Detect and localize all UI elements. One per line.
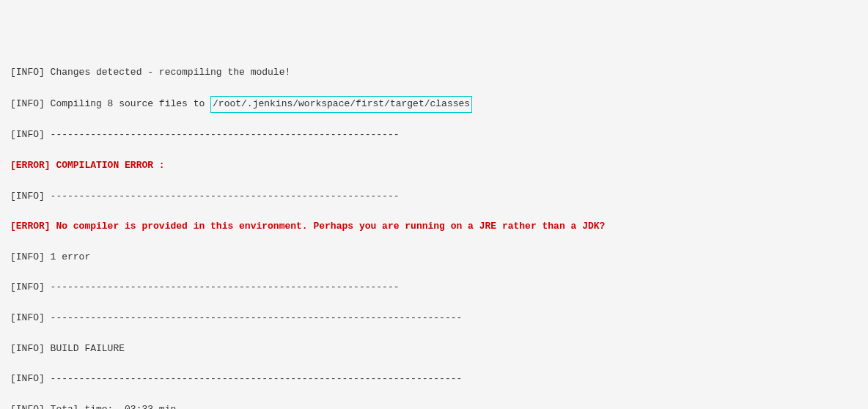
log-line-info: [INFO] Changes detected - recompiling th… [10, 65, 858, 81]
log-line-info: [INFO] ---------------------------------… [10, 280, 858, 295]
log-line-info: [INFO] Total time: 03:33 min [10, 402, 858, 409]
log-line-info: [INFO] ---------------------------------… [10, 372, 858, 387]
log-line-info: [INFO] ---------------------------------… [10, 128, 858, 143]
highlighted-path: /root/.jenkins/workspace/first/target/cl… [210, 96, 472, 113]
log-line-info: [INFO] ---------------------------------… [10, 311, 858, 326]
log-line-info: [INFO] ---------------------------------… [10, 189, 858, 204]
log-line-error: [ERROR] COMPILATION ERROR : [10, 158, 858, 174]
log-line-info: [INFO] 1 error [10, 250, 858, 265]
log-line-info: [INFO] Compiling 8 source files to /root… [10, 96, 858, 113]
log-line-info: [INFO] BUILD FAILURE [10, 342, 858, 357]
log-line-error: [ERROR] No compiler is provided in this … [10, 219, 858, 235]
log-text: [INFO] Compiling 8 source files to [10, 98, 210, 109]
